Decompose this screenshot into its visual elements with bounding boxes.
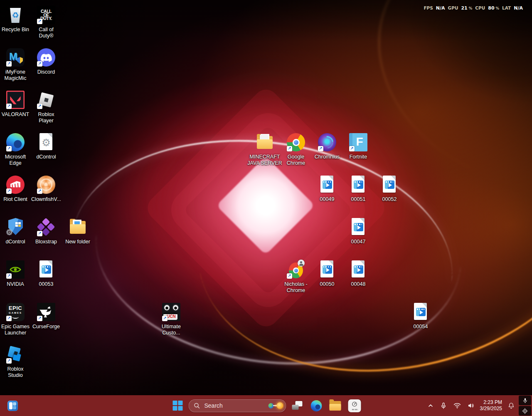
valorant-icon: [5, 90, 25, 110]
wallpaper-glow-diamond: [216, 156, 315, 255]
folder-papers-icon: [255, 132, 275, 152]
tray-overflow-button[interactable]: [425, 398, 436, 413]
taskbar-edge-button[interactable]: [308, 397, 325, 414]
valorant-logo-glyph: [10, 95, 21, 104]
video-file-icon: [411, 302, 431, 322]
shortcut-arrow-icon: [37, 19, 42, 24]
tray-wifi-button[interactable]: [451, 398, 463, 413]
gear-icon: [36, 138, 56, 148]
tray-microphone-button[interactable]: [438, 398, 449, 413]
tray-volume-button[interactable]: [465, 398, 477, 413]
desktop-icon-curseforge[interactable]: CurseForge: [27, 302, 65, 330]
label-line: Fortnite: [340, 154, 377, 160]
label-line: Chrome: [277, 287, 315, 294]
desktop-icon-file-00052[interactable]: 00052: [371, 175, 408, 203]
label-line: Studio: [0, 372, 34, 379]
icon-label: 00047: [340, 239, 377, 245]
shortcut-arrow-icon: [318, 146, 323, 151]
video-file-icon: [317, 175, 337, 195]
desktop-icon-file-00054[interactable]: 00054: [402, 302, 439, 330]
microphone-icon: [440, 402, 447, 409]
shield-gear-icon: [5, 217, 25, 237]
widgets-icon: [7, 401, 18, 411]
shortcut-arrow-icon: [162, 316, 167, 321]
task-view-icon: [292, 401, 302, 411]
label-line: 00053: [27, 281, 65, 287]
speaker-icon: [468, 403, 474, 409]
fps-label: FPS: [424, 5, 433, 10]
label-line: Ultimate: [153, 324, 190, 330]
icon-label: RobloxPlayer: [27, 111, 65, 124]
search-icon: [194, 402, 200, 409]
desktop-icon-ultimate-custom-night[interactable]: UltimateCusto...: [153, 302, 190, 336]
shortcut-arrow-icon: [6, 146, 12, 151]
file-explorer-button[interactable]: [327, 397, 344, 414]
label-line: Call of: [27, 27, 65, 33]
label-line: dControl: [27, 154, 65, 160]
label-line: Duty®: [27, 33, 65, 39]
desktop-icon-roblox-player[interactable]: RobloxPlayer: [27, 90, 65, 124]
clock[interactable]: 2:23 PM 3/29/2025: [478, 399, 504, 412]
desktop-icon-file-00053[interactable]: 00053: [27, 260, 65, 287]
clownfish-icon: [36, 175, 56, 195]
label-line: Chrome: [277, 160, 315, 166]
label-line: ClownfishV...: [27, 196, 65, 203]
icon-label: 00053: [27, 281, 65, 287]
desktop-icon-fortnite[interactable]: Fortnite: [340, 132, 377, 160]
label-line: Edge: [0, 160, 34, 166]
desktop-icon-file-00048[interactable]: 00048: [340, 260, 377, 287]
shortcut-arrow-icon: [37, 104, 42, 109]
icon-label: 00048: [340, 281, 377, 287]
call-of-duty-icon: [36, 5, 56, 25]
start-button[interactable]: [170, 397, 186, 414]
video-file-icon: [348, 260, 368, 280]
label-line: Custo...: [153, 330, 190, 336]
microsoft-edge-icon: [5, 132, 25, 152]
gauge-app-icon: [348, 399, 361, 412]
gpu-unit: %: [469, 6, 473, 10]
microsoft-edge-icon: [310, 400, 322, 411]
chevron-up-icon: [428, 403, 433, 409]
gauge-glyph: [351, 401, 357, 407]
gauge-app-button[interactable]: [346, 397, 363, 414]
windows-logo-icon: [173, 401, 183, 411]
desktop-icon-new-folder[interactable]: New folder: [59, 217, 96, 245]
desktop-icon-clownfish-voice[interactable]: ClownfishV...: [27, 175, 65, 203]
desktop-icon-file-00047[interactable]: 00047: [340, 217, 377, 245]
label-line: MagicMic: [0, 75, 34, 82]
icon-label: 00054: [402, 324, 439, 330]
overlay-microphone-button[interactable]: [519, 396, 531, 405]
overlay-widget-stack: [519, 396, 531, 416]
icon-label: Fortnite: [340, 154, 377, 160]
label-line: Discord: [27, 69, 65, 75]
desktop-icon-call-of-duty[interactable]: Call ofDuty®: [27, 5, 65, 39]
search-box[interactable]: [189, 399, 286, 412]
epic-curve-glyph: [12, 315, 19, 319]
icon-label: Discord: [27, 69, 65, 75]
search-input[interactable]: [204, 402, 264, 409]
cpu-label: CPU: [475, 5, 485, 10]
video-file-icon: [348, 217, 368, 237]
desktop-icon-dcontrol-document[interactable]: dControl: [27, 132, 65, 160]
label-line: Launcher: [0, 330, 34, 336]
notification-bell-button[interactable]: [505, 398, 517, 413]
chromnius-icon: [317, 132, 337, 152]
wifi-icon: [453, 403, 461, 409]
desktop-icon-roblox-studio[interactable]: RobloxStudio: [0, 344, 34, 379]
document-gear-icon: [36, 132, 56, 152]
shortcut-arrow-icon: [37, 231, 42, 236]
desktop-icon-discord[interactable]: Discord: [27, 47, 65, 75]
shortcut-arrow-icon: [6, 358, 12, 364]
cpu-value: 80: [488, 5, 494, 11]
task-view-button[interactable]: [289, 397, 305, 414]
ucn-icon: [161, 302, 181, 322]
label-line: 00048: [340, 281, 377, 287]
shortcut-arrow-icon: [37, 316, 42, 321]
taskbar: 2:23 PM 3/29/2025: [0, 395, 532, 416]
widgets-button[interactable]: [4, 397, 21, 414]
clock-time: 2:23 PM: [480, 399, 502, 406]
label-line: New folder: [59, 239, 96, 245]
overlay-capture-button[interactable]: [519, 406, 531, 416]
shortcut-arrow-icon: [6, 104, 12, 109]
shortcut-arrow-icon: [6, 273, 12, 279]
